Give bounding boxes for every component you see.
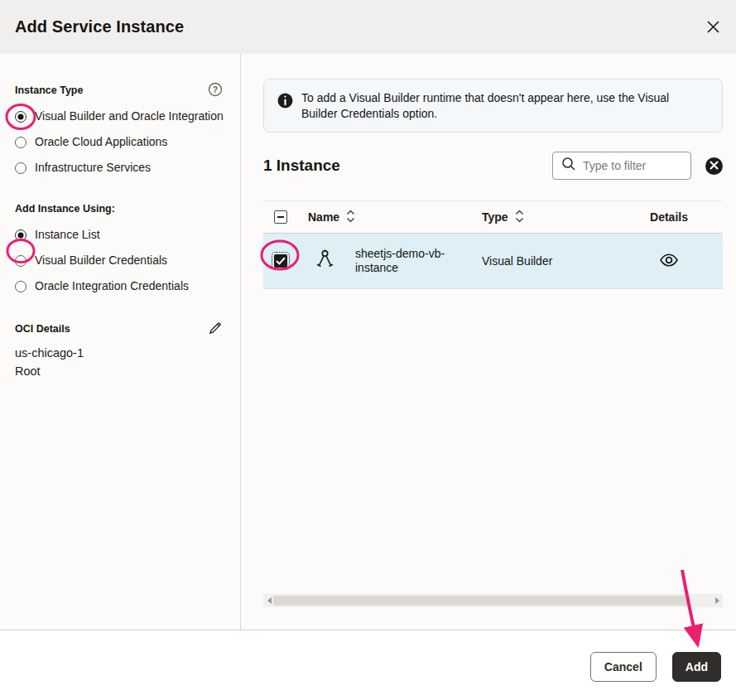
main-panel: To add a Visual Builder runtime that doe…	[241, 54, 736, 630]
sort-chevrons-icon	[515, 210, 524, 225]
visual-builder-compass-icon	[316, 249, 334, 273]
row-checkbox[interactable]	[274, 254, 287, 268]
toolbar: 1 Instance	[263, 151, 723, 181]
radio-label: Oracle Cloud Applications	[35, 134, 167, 150]
oci-details-label: OCI Details	[15, 323, 70, 335]
sidebar: Instance Type ? Visual Builder and Oracl…	[0, 54, 241, 630]
instance-type-radio-infrastructure[interactable]: Infrastructure Services	[15, 160, 224, 176]
info-icon	[277, 93, 293, 121]
table-header-row: Name Type	[263, 200, 723, 234]
radio-unselected-icon	[15, 255, 26, 267]
scroll-right-button[interactable]	[711, 594, 723, 607]
instance-type-label: Instance Type	[15, 84, 83, 96]
select-all-checkbox[interactable]	[274, 210, 287, 224]
radio-selected-icon	[15, 229, 26, 241]
view-details-button[interactable]	[657, 251, 681, 272]
radio-label: Oracle Integration Credentials	[35, 278, 189, 294]
instance-type-value: Visual Builder	[464, 254, 615, 268]
dialog-title: Add Service Instance	[15, 17, 184, 36]
clear-filter-icon	[710, 160, 719, 172]
dialog-header: Add Service Instance	[0, 0, 736, 54]
horizontal-scrollbar[interactable]	[263, 594, 723, 607]
sort-chevrons-icon	[346, 210, 355, 225]
oci-region-value: us-chicago-1	[15, 346, 224, 360]
scroll-left-icon	[267, 597, 272, 604]
instance-table: Name Type	[263, 200, 723, 289]
instance-type-radio-group: Visual Builder and Oracle Integration Or…	[15, 109, 224, 176]
clear-filter-button[interactable]	[705, 157, 723, 175]
column-header-type: Type	[482, 210, 508, 224]
radio-label: Visual Builder Credentials	[35, 253, 167, 268]
help-icon: ?	[208, 82, 223, 99]
scrollbar-thumb[interactable]	[273, 596, 690, 606]
filter-search-box[interactable]	[552, 152, 691, 180]
instance-name: sheetjs-demo-vb-instance	[355, 247, 458, 275]
radio-unselected-icon	[15, 281, 26, 292]
add-using-radio-vb-credentials[interactable]: Visual Builder Credentials	[15, 253, 224, 268]
oci-compartment-value: Root	[15, 364, 224, 378]
info-banner: To add a Visual Builder runtime that doe…	[263, 79, 723, 133]
radio-label: Infrastructure Services	[35, 160, 151, 176]
close-button[interactable]	[701, 16, 724, 39]
radio-label: Visual Builder and Oracle Integration	[35, 109, 224, 124]
sort-name-button[interactable]	[346, 210, 355, 225]
add-service-instance-dialog: Add Service Instance Instance Type ?	[0, 0, 736, 700]
edit-oci-details-button[interactable]	[207, 321, 224, 337]
cancel-button[interactable]: Cancel	[590, 652, 657, 682]
pencil-icon	[208, 321, 223, 338]
radio-unselected-icon	[15, 137, 26, 148]
search-icon	[561, 157, 576, 175]
table-row[interactable]: sheetjs-demo-vb-instance Visual Builder	[263, 234, 723, 289]
scroll-right-icon	[715, 597, 719, 604]
instance-type-radio-oracle-cloud-apps[interactable]: Oracle Cloud Applications	[15, 134, 224, 150]
add-using-radio-oi-credentials[interactable]: Oracle Integration Credentials	[15, 278, 224, 294]
column-header-details: Details	[650, 210, 688, 224]
column-header-name: Name	[308, 210, 339, 224]
radio-label: Instance List	[35, 227, 100, 243]
radio-selected-icon	[15, 111, 26, 123]
help-button[interactable]: ?	[207, 82, 224, 99]
instance-count-heading: 1 Instance	[263, 157, 340, 175]
add-using-radio-group: Instance List Visual Builder Credentials…	[15, 227, 224, 294]
dialog-footer: Cancel Add	[0, 630, 736, 700]
add-button[interactable]: Add	[672, 652, 721, 682]
sort-type-button[interactable]	[515, 210, 524, 225]
instance-type-radio-visual-builder[interactable]: Visual Builder and Oracle Integration	[15, 109, 224, 124]
add-instance-using-label: Add Instance Using:	[15, 203, 115, 215]
svg-text:?: ?	[213, 84, 218, 94]
close-icon	[706, 20, 720, 34]
radio-unselected-icon	[15, 162, 26, 174]
eye-icon	[659, 253, 679, 270]
filter-input[interactable]	[583, 159, 674, 172]
add-using-radio-instance-list[interactable]: Instance List	[15, 227, 224, 243]
info-banner-text: To add a Visual Builder runtime that doe…	[301, 90, 697, 121]
